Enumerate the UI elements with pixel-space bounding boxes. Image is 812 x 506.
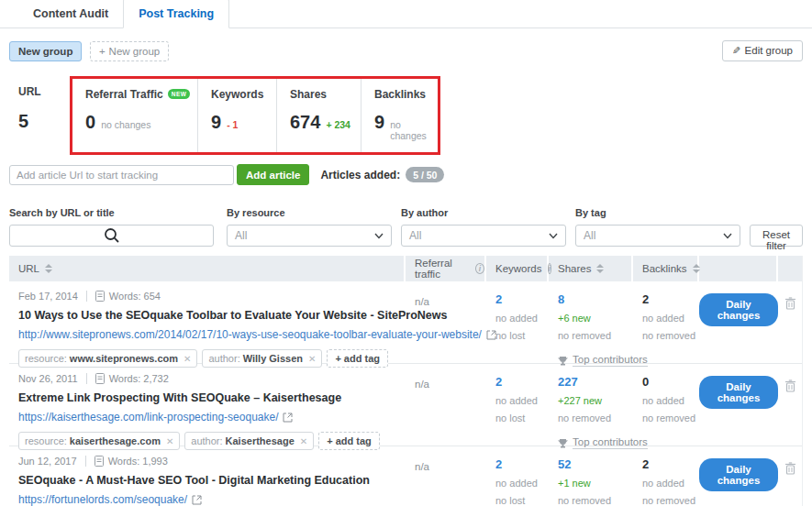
keywords-value: 9: [211, 112, 221, 133]
referral-traffic-cell: n/a: [406, 281, 486, 369]
shares-count-link[interactable]: 52: [558, 457, 633, 471]
add-article-bar: Add article Articles added: 5 / 50: [0, 155, 812, 185]
delete-cell: [778, 364, 803, 452]
shares-change: + 234: [326, 119, 350, 130]
referral-traffic-cell: n/a: [406, 446, 486, 506]
add-article-input[interactable]: [9, 165, 234, 185]
add-group-button[interactable]: +New group: [90, 41, 169, 61]
url-stat-value: 5: [18, 111, 61, 132]
resource-filter: By resource All: [227, 207, 401, 247]
group-tab-new-group[interactable]: New group: [9, 41, 82, 61]
chevron-down-icon: [549, 233, 558, 239]
column-header-referral-traffic: Referral traffici: [406, 256, 486, 281]
referral-traffic-change: no changes: [101, 119, 150, 130]
trash-icon[interactable]: [784, 380, 796, 395]
shares-count-link[interactable]: 227: [558, 375, 633, 389]
add-article-button[interactable]: Add article: [237, 164, 309, 185]
delete-cell: [778, 446, 803, 506]
filter-bar: Search by URL or title By resource All B…: [0, 185, 812, 247]
backlinks-cell: 2 no added no removed: [633, 281, 699, 369]
trash-icon[interactable]: [784, 462, 796, 478]
tab-content-audit[interactable]: Content Audit: [18, 0, 123, 28]
keywords-count-link[interactable]: 2: [495, 292, 549, 306]
referral-traffic-value: 0: [85, 112, 95, 133]
column-header-actions: [699, 256, 778, 281]
article-url-link[interactable]: https://fortunelords.com/seoquake/: [18, 493, 187, 506]
daily-changes-button[interactable]: Daily changes: [699, 458, 778, 491]
document-icon: [95, 291, 105, 302]
article-info-cell: Jun 12, 2017 Words: 1,993 SEOquake - A M…: [9, 446, 406, 506]
resource-select[interactable]: All: [227, 225, 392, 247]
keywords-count-link[interactable]: 2: [495, 457, 549, 471]
shares-value: 674: [290, 112, 320, 133]
tab-post-tracking[interactable]: Post Tracking: [123, 0, 229, 28]
author-select[interactable]: All: [401, 225, 566, 247]
word-count: Words: 1,993: [108, 456, 168, 467]
backlinks-count: 2: [642, 292, 699, 306]
table-row: Nov 26, 2011 Words: 2,732 Extreme Link P…: [9, 364, 802, 446]
article-url-link[interactable]: https://kaiserthesage.com/link-prospecti…: [18, 411, 278, 424]
edit-group-button[interactable]: ✎Edit group: [722, 40, 803, 61]
plus-icon: +: [99, 46, 106, 57]
shares-cell: 227 +227 new no removed Top contributors: [549, 364, 633, 452]
trash-icon[interactable]: [784, 297, 796, 313]
shares-count-link[interactable]: 8: [558, 292, 633, 306]
author-filter-label: By author: [401, 207, 575, 218]
sort-icon: [45, 264, 52, 273]
tab-bar: Content Audit Post Tracking: [0, 0, 812, 28]
column-header-backlinks[interactable]: Backlinks: [633, 256, 699, 281]
actions-cell: Daily changes: [699, 281, 778, 369]
article-date: Jun 12, 2017: [18, 456, 77, 467]
tag-filter: By tag All: [575, 207, 750, 247]
word-count: Words: 2,732: [109, 373, 169, 384]
actions-cell: Daily changes: [699, 364, 778, 452]
group-buttons: New group +New group: [9, 41, 169, 61]
backlinks-count: 2: [642, 457, 699, 471]
keywords-change: - 1: [227, 119, 238, 130]
shares-stat: Shares 674+ 234: [276, 79, 361, 152]
search-input[interactable]: [9, 225, 214, 247]
external-link-icon[interactable]: [192, 495, 202, 505]
article-date: Nov 26, 2011: [18, 373, 78, 384]
word-count: Words: 654: [109, 291, 161, 302]
document-icon: [95, 373, 105, 384]
resource-filter-label: By resource: [227, 207, 401, 218]
info-icon[interactable]: i: [475, 263, 484, 274]
column-header-keywords: Keywordsi: [486, 256, 549, 281]
search-filter-label: Search by URL or title: [9, 207, 227, 218]
remove-tag-icon[interactable]: ✕: [308, 354, 316, 364]
chevron-down-icon: [374, 233, 384, 239]
remove-tag-icon[interactable]: ✕: [300, 436, 307, 446]
keywords-cell: 2 no added no lost: [486, 446, 549, 506]
articles-table: URL Referral traffici Keywordsi Shares B…: [9, 256, 803, 506]
articles-added-label: Articles added:: [320, 169, 400, 182]
column-header-url[interactable]: URL: [9, 256, 406, 281]
keywords-cell: 2 no added no lost: [486, 364, 549, 452]
column-header-shares[interactable]: Shares: [549, 256, 633, 281]
new-badge: NEW: [168, 89, 191, 99]
keywords-count-link[interactable]: 2: [495, 375, 549, 389]
table-header: URL Referral traffici Keywordsi Shares B…: [9, 256, 802, 281]
article-title: Extreme Link Prospecting With SEOQuake –…: [18, 391, 406, 404]
shares-cell: 52 +1 new no removed Top contributors: [549, 446, 633, 506]
article-info-cell: Nov 26, 2011 Words: 2,732 Extreme Link P…: [9, 364, 406, 452]
document-icon: [95, 456, 104, 467]
tag-select[interactable]: All: [575, 225, 740, 247]
summary-stats: URL 5 Referral TrafficNEW 0no changes Ke…: [0, 76, 812, 155]
search-filter: Search by URL or title: [9, 207, 227, 247]
backlinks-change: no changes: [390, 119, 438, 141]
tag-filter-label: By tag: [575, 207, 750, 218]
daily-changes-button[interactable]: Daily changes: [699, 293, 778, 326]
chevron-down-icon: [723, 233, 732, 239]
reset-filter-button[interactable]: Reset filter: [750, 225, 803, 247]
backlinks-value: 9: [374, 112, 384, 133]
remove-tag-icon[interactable]: ✕: [184, 354, 191, 364]
divider: [86, 291, 87, 302]
daily-changes-button[interactable]: Daily changes: [699, 376, 778, 409]
backlinks-cell: 0 no added no removed: [633, 364, 699, 452]
external-link-icon[interactable]: [283, 412, 293, 423]
divider: [85, 456, 86, 467]
backlinks-stat: Backlinks 9no changes: [361, 79, 438, 152]
remove-tag-icon[interactable]: ✕: [166, 436, 173, 446]
keywords-cell: 2 no added no lost: [486, 281, 549, 369]
